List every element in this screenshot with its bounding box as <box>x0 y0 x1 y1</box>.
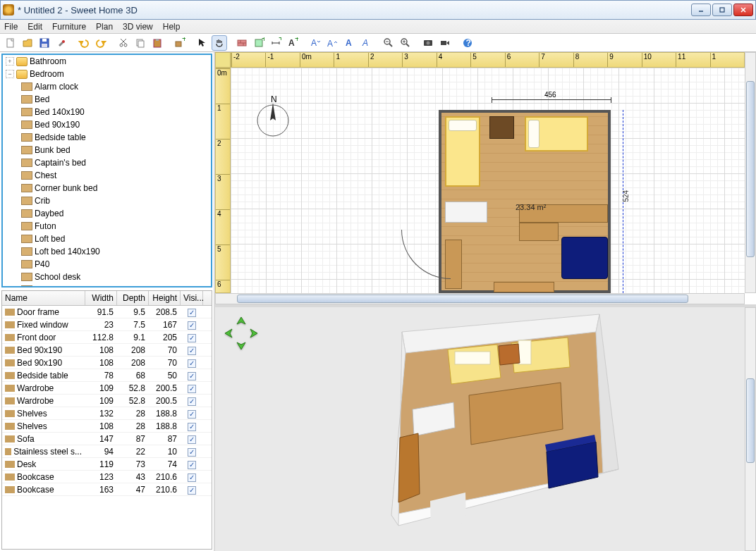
scrollbar-vertical[interactable] <box>745 307 756 551</box>
maximize-button[interactable] <box>712 4 732 16</box>
visible-checkbox[interactable]: ✓ <box>188 309 196 317</box>
catalog-item[interactable]: Bed <box>3 93 211 106</box>
catalog-item[interactable]: Bed 90x190 <box>3 118 211 131</box>
visible-checkbox[interactable]: ✓ <box>188 397 196 406</box>
table-row[interactable]: Bed 90x19010820870✓ <box>2 357 212 369</box>
copy-icon[interactable] <box>133 35 148 51</box>
table-row[interactable]: Sofa1478787✓ <box>2 433 212 445</box>
3d-scene[interactable] <box>363 311 631 536</box>
catalog-item[interactable]: P40 <box>3 258 211 271</box>
menu-edit[interactable]: Edit <box>28 22 42 32</box>
table-row[interactable]: Front door112.89.1205✓ <box>2 331 212 344</box>
table-row[interactable]: Desk1197374✓ <box>2 458 212 471</box>
create-text-icon[interactable]: A+ <box>285 35 300 51</box>
plan-desk[interactable] <box>445 202 487 223</box>
catalog-category[interactable]: + Bathroom <box>3 55 211 68</box>
plan-bed[interactable] <box>525 116 588 151</box>
plan-door[interactable] <box>401 230 451 279</box>
3d-view[interactable] <box>215 307 756 551</box>
visible-checkbox[interactable]: ✓ <box>188 347 196 355</box>
col-height[interactable]: Height <box>149 291 181 305</box>
catalog-item[interactable]: Bed 140x190 <box>3 106 211 118</box>
scrollbar-vertical[interactable] <box>745 52 756 293</box>
catalog-item[interactable]: Loft bed 140x190 <box>3 245 211 258</box>
save-icon[interactable] <box>37 35 52 51</box>
table-row[interactable]: Shelves13228188.8✓ <box>2 407 212 420</box>
video-icon[interactable] <box>437 35 453 51</box>
table-row[interactable]: Bed 90x19010820870✓ <box>2 344 212 357</box>
col-name[interactable]: Name <box>2 291 85 305</box>
catalog-item[interactable]: Bunk bed <box>3 144 211 156</box>
plan-bed[interactable] <box>445 116 480 187</box>
catalog-item[interactable]: Shelves <box>3 283 211 287</box>
table-row[interactable]: Wardrobe10952.8200.5✓ <box>2 382 212 395</box>
plan-view[interactable]: -2-10m12345678910111 0m123456 N 456 524 <box>215 52 756 307</box>
select-tool-icon[interactable] <box>195 35 210 51</box>
menu-help[interactable]: Help <box>163 22 181 32</box>
add-furniture-icon[interactable]: + <box>172 35 188 51</box>
create-rooms-icon[interactable]: + <box>251 35 267 51</box>
col-depth[interactable]: Depth <box>117 291 149 305</box>
table-row[interactable]: Bookcase16347210.6✓ <box>2 483 212 496</box>
table-row[interactable]: Wardrobe10952.8200.5✓ <box>2 395 212 407</box>
redo-icon[interactable] <box>93 35 109 51</box>
col-width[interactable]: Width <box>85 291 117 305</box>
table-row[interactable]: Bedside table786850✓ <box>2 369 212 382</box>
close-button[interactable] <box>733 4 753 16</box>
visible-checkbox[interactable]: ✓ <box>188 321 196 330</box>
furniture-catalog-tree[interactable]: + Bathroom − Bedroom Alarm clockBedBed 1… <box>1 54 212 287</box>
visible-checkbox[interactable]: ✓ <box>188 385 196 393</box>
catalog-item[interactable]: School desk <box>3 271 211 283</box>
paste-icon[interactable] <box>150 35 165 51</box>
table-row[interactable]: Bookcase12343210.6✓ <box>2 471 212 483</box>
create-dimensions-icon[interactable]: + <box>268 35 284 51</box>
minimize-button[interactable] <box>691 4 711 16</box>
visible-checkbox[interactable]: ✓ <box>188 461 196 469</box>
undo-icon[interactable] <box>76 35 92 51</box>
visible-checkbox[interactable]: ✓ <box>188 448 196 457</box>
table-row[interactable]: Stainless steel s...942210✓ <box>2 445 212 458</box>
table-row[interactable]: Shelves10828188.8✓ <box>2 420 212 433</box>
new-icon[interactable] <box>3 35 18 51</box>
text-bold-icon[interactable]: A <box>341 35 357 51</box>
catalog-item[interactable]: Alarm clock <box>3 80 211 93</box>
catalog-item[interactable]: Corner bunk bed <box>3 182 211 194</box>
text-smaller-icon[interactable]: A <box>307 35 323 51</box>
pan-tool-icon[interactable] <box>212 35 227 51</box>
text-larger-icon[interactable]: A <box>324 35 340 51</box>
catalog-category[interactable]: − Bedroom <box>3 68 211 80</box>
plan-wardrobe[interactable] <box>519 223 559 241</box>
visible-checkbox[interactable]: ✓ <box>188 410 196 419</box>
menu-plan[interactable]: Plan <box>96 22 113 32</box>
cut-icon[interactable] <box>116 35 131 51</box>
catalog-item[interactable]: Bedside table <box>3 131 211 144</box>
3d-nav-control[interactable] <box>224 316 259 351</box>
catalog-item[interactable]: Loft bed <box>3 233 211 245</box>
plan-sofa[interactable] <box>561 237 608 279</box>
collapse-icon[interactable]: − <box>6 70 14 78</box>
visible-checkbox[interactable]: ✓ <box>188 372 196 380</box>
table-row[interactable]: Door frame91.59.5208.5✓ <box>2 306 212 318</box>
room[interactable] <box>439 110 611 293</box>
scrollbar-horizontal[interactable] <box>215 293 745 304</box>
visible-checkbox[interactable]: ✓ <box>188 435 196 444</box>
plan-grid[interactable]: N 456 524 <box>231 68 745 293</box>
menu-file[interactable]: File <box>4 22 18 32</box>
catalog-item[interactable]: Daybed <box>3 207 211 220</box>
catalog-item[interactable]: Crib <box>3 194 211 207</box>
table-row[interactable]: Fixed window237.5167✓ <box>2 318 212 331</box>
expand-icon[interactable]: + <box>6 57 14 66</box>
catalog-item[interactable]: Futon <box>3 220 211 233</box>
plan-bedside-table[interactable] <box>489 116 514 139</box>
visible-checkbox[interactable]: ✓ <box>188 423 196 431</box>
catalog-item[interactable]: Captain's bed <box>3 156 211 169</box>
visible-checkbox[interactable]: ✓ <box>188 486 196 495</box>
create-walls-icon[interactable] <box>234 35 250 51</box>
catalog-item[interactable]: Chest <box>3 169 211 182</box>
col-visible[interactable]: Visi... <box>181 291 203 305</box>
text-italic-icon[interactable]: A <box>358 35 374 51</box>
plan-shelf[interactable] <box>494 282 554 292</box>
open-icon[interactable] <box>20 35 35 51</box>
menu-furniture[interactable]: Furniture <box>52 22 86 32</box>
visible-checkbox[interactable]: ✓ <box>188 359 196 368</box>
